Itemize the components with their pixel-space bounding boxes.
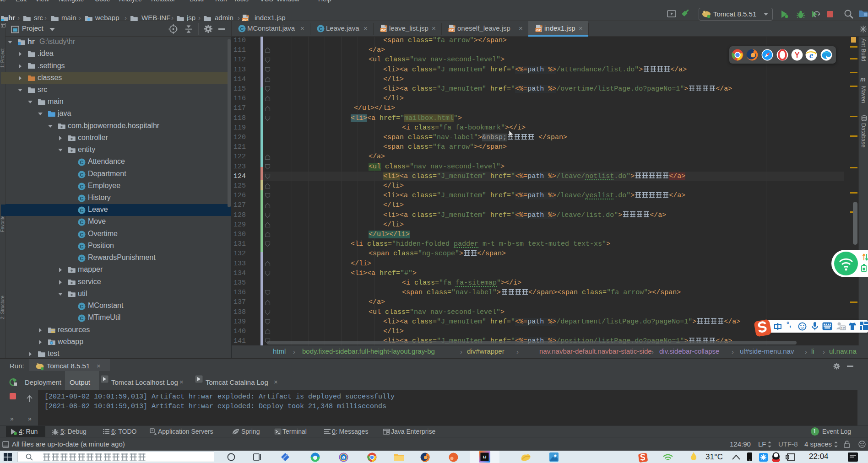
svg-text:C: C [240, 26, 244, 32]
svg-text:JSP: JSP [380, 28, 386, 32]
svg-text:C: C [80, 160, 84, 165]
svg-text:C: C [80, 220, 84, 225]
svg-text:IJ: IJ [483, 455, 487, 459]
svg-text:e: e [342, 454, 345, 461]
svg-text:C: C [80, 316, 84, 321]
svg-text:C: C [319, 26, 323, 32]
svg-text:C: C [80, 232, 84, 237]
svg-text:JSP: JSP [536, 28, 542, 32]
svg-text:C: C [80, 304, 84, 309]
svg-text:C: C [80, 184, 84, 189]
svg-text:12: 12 [841, 326, 845, 330]
svg-text:C: C [80, 256, 84, 261]
svg-text:C: C [80, 172, 84, 178]
svg-text:C: C [80, 196, 84, 201]
svg-text:JSP: JSP [449, 28, 455, 32]
svg-text:C: C [80, 208, 84, 213]
svg-text:C: C [80, 244, 84, 249]
svg-text:Y: Y [795, 51, 800, 59]
